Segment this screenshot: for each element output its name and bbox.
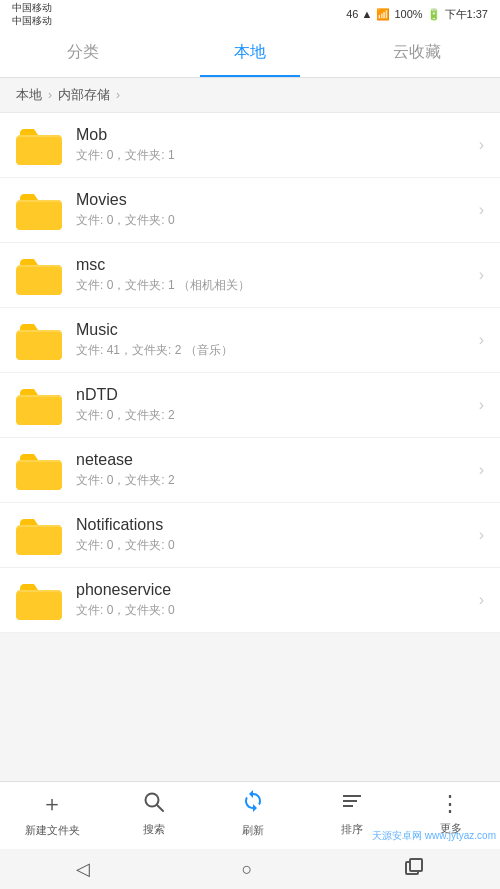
toolbar-refresh[interactable]: 刷新 [228, 789, 278, 838]
nav-bar: ◁ ○ [0, 849, 500, 889]
battery-icon: 🔋 [427, 8, 441, 21]
file-name: Notifications [76, 516, 471, 534]
file-info: Movies 文件: 0，文件夹: 0 [76, 191, 471, 229]
file-meta: 文件: 0，文件夹: 0 [76, 602, 471, 619]
refresh-icon [241, 789, 265, 819]
home-button[interactable]: ○ [222, 851, 273, 888]
chevron-right-icon: › [479, 526, 484, 544]
file-meta: 文件: 0，文件夹: 0 [76, 537, 471, 554]
breadcrumb-item-internal[interactable]: 内部存储 [58, 86, 110, 104]
list-item[interactable]: Mob 文件: 0，文件夹: 1 › [0, 113, 500, 178]
file-name: nDTD [76, 386, 471, 404]
folder-icon [16, 515, 62, 555]
battery-text: 100% [394, 8, 422, 20]
main-content: 分类 本地 云收藏 本地 › 内部存储 › Mob [0, 28, 500, 889]
folder-icon [16, 450, 62, 490]
file-meta: 文件: 41，文件夹: 2 （音乐） [76, 342, 471, 359]
sort-icon [341, 790, 363, 818]
file-meta: 文件: 0，文件夹: 2 [76, 407, 471, 424]
new-folder-label: 新建文件夹 [25, 823, 80, 838]
tab-cloud-label: 云收藏 [393, 42, 441, 63]
chevron-right-icon: › [479, 136, 484, 154]
tab-local[interactable]: 本地 [167, 28, 334, 77]
search-icon [143, 791, 165, 818]
new-folder-icon: ＋ [41, 789, 63, 819]
file-info: netease 文件: 0，文件夹: 2 [76, 451, 471, 489]
file-meta: 文件: 0，文件夹: 1 [76, 147, 471, 164]
watermark: 天源安卓网 www.jytyaz.com [368, 827, 500, 845]
tab-cloud[interactable]: 云收藏 [333, 28, 500, 77]
carrier-info: 中国移动 中国移动 [12, 1, 52, 27]
file-name: Movies [76, 191, 471, 209]
file-name: Music [76, 321, 471, 339]
file-info: Music 文件: 41，文件夹: 2 （音乐） [76, 321, 471, 359]
time: 下午1:37 [445, 7, 488, 22]
search-label: 搜索 [143, 822, 165, 837]
wifi-icon: 📶 [376, 8, 390, 21]
file-name: msc [76, 256, 471, 274]
tab-classify[interactable]: 分类 [0, 28, 167, 77]
folder-icon [16, 255, 62, 295]
list-item[interactable]: nDTD 文件: 0，文件夹: 2 › [0, 373, 500, 438]
folder-icon [16, 190, 62, 230]
folder-icon [16, 125, 62, 165]
file-name: Mob [76, 126, 471, 144]
file-meta: 文件: 0，文件夹: 2 [76, 472, 471, 489]
file-list-container: Mob 文件: 0，文件夹: 1 › Movies 文件: 0，文件夹: 0 › [0, 113, 500, 633]
breadcrumb-sep1: › [48, 88, 52, 102]
sort-label: 排序 [341, 822, 363, 837]
back-button[interactable]: ◁ [56, 850, 110, 888]
list-item[interactable]: Music 文件: 41，文件夹: 2 （音乐） › [0, 308, 500, 373]
status-bar: 中国移动 中国移动 46 ▲ 📶 100% 🔋 下午1:37 [0, 0, 500, 28]
breadcrumb-item-local[interactable]: 本地 [16, 86, 42, 104]
file-info: phoneservice 文件: 0，文件夹: 0 [76, 581, 471, 619]
svg-line-1 [157, 805, 163, 811]
list-item[interactable]: netease 文件: 0，文件夹: 2 › [0, 438, 500, 503]
folder-icon [16, 320, 62, 360]
chevron-right-icon: › [479, 461, 484, 479]
refresh-label: 刷新 [242, 823, 264, 838]
file-list: Mob 文件: 0，文件夹: 1 › Movies 文件: 0，文件夹: 0 › [0, 113, 500, 781]
file-info: Notifications 文件: 0，文件夹: 0 [76, 516, 471, 554]
tab-classify-label: 分类 [67, 42, 99, 63]
svg-rect-6 [410, 859, 422, 871]
chevron-right-icon: › [479, 201, 484, 219]
carrier2: 中国移动 [12, 14, 52, 27]
toolbar-search[interactable]: 搜索 [129, 791, 179, 837]
file-meta: 文件: 0，文件夹: 1 （相机相关） [76, 277, 471, 294]
carrier1: 中国移动 [12, 1, 52, 14]
file-name: netease [76, 451, 471, 469]
list-item[interactable]: msc 文件: 0，文件夹: 1 （相机相关） › [0, 243, 500, 308]
breadcrumb: 本地 › 内部存储 › [0, 78, 500, 113]
folder-icon [16, 580, 62, 620]
chevron-right-icon: › [479, 266, 484, 284]
list-item[interactable]: Notifications 文件: 0，文件夹: 0 › [0, 503, 500, 568]
tab-bar: 分类 本地 云收藏 [0, 28, 500, 78]
breadcrumb-sep2: › [116, 88, 120, 102]
file-info: Mob 文件: 0，文件夹: 1 [76, 126, 471, 164]
list-item[interactable]: phoneservice 文件: 0，文件夹: 0 › [0, 568, 500, 633]
toolbar-new-folder[interactable]: ＋ 新建文件夹 [25, 789, 80, 838]
file-name: phoneservice [76, 581, 471, 599]
status-right: 46 ▲ 📶 100% 🔋 下午1:37 [346, 7, 488, 22]
chevron-right-icon: › [479, 591, 484, 609]
chevron-right-icon: › [479, 396, 484, 414]
file-info: nDTD 文件: 0，文件夹: 2 [76, 386, 471, 424]
recents-button[interactable] [384, 849, 444, 889]
file-info: msc 文件: 0，文件夹: 1 （相机相关） [76, 256, 471, 294]
more-icon: ⋮ [439, 791, 463, 817]
tab-local-label: 本地 [234, 42, 266, 63]
list-item[interactable]: Movies 文件: 0，文件夹: 0 › [0, 178, 500, 243]
chevron-right-icon: › [479, 331, 484, 349]
signal-icon: 46 ▲ [346, 8, 372, 20]
folder-icon [16, 385, 62, 425]
file-meta: 文件: 0，文件夹: 0 [76, 212, 471, 229]
